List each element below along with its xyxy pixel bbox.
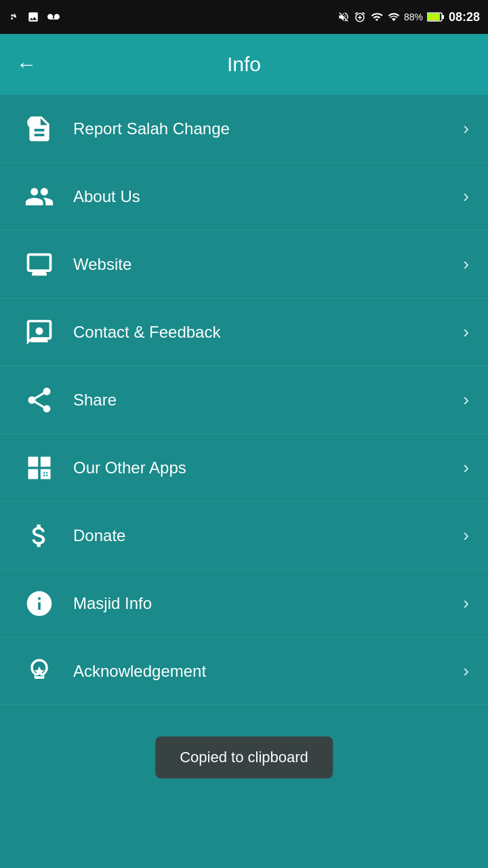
monitor-icon	[19, 250, 60, 279]
image-icon	[27, 11, 39, 23]
share-icon	[19, 385, 60, 415]
group-icon	[19, 182, 60, 212]
menu-item-acknowledgement[interactable]: Acknowledgement ›	[0, 637, 488, 705]
menu-item-website[interactable]: Website ›	[0, 231, 488, 298]
menu-label-report-salah-change: Report Salah Change	[73, 119, 463, 138]
alarm-icon	[354, 11, 366, 23]
report-icon	[19, 114, 60, 144]
status-bar: 88% ⚡ 08:28	[0, 0, 488, 34]
chevron-right-icon-website: ›	[463, 254, 469, 275]
menu-label-acknowledgement: Acknowledgement	[73, 662, 463, 681]
back-button[interactable]: ←	[16, 53, 37, 76]
status-right-icons: 88% ⚡ 08:28	[338, 10, 480, 24]
battery-percentage: 88%	[404, 12, 423, 22]
menu-item-about-us[interactable]: About Us ›	[0, 163, 488, 231]
chevron-right-icon-report-salah-change: ›	[463, 118, 469, 139]
chevron-right-icon-contact-feedback: ›	[463, 321, 469, 342]
usb-icon	[8, 11, 20, 23]
chevron-right-icon-other-apps: ›	[463, 457, 469, 478]
info-icon	[19, 589, 60, 618]
menu-label-donate: Donate	[73, 526, 463, 545]
menu-item-share[interactable]: Share ›	[0, 366, 488, 434]
contact-icon	[19, 317, 60, 347]
menu-item-donate[interactable]: Donate ›	[0, 502, 488, 570]
menu-label-other-apps: Our Other Apps	[73, 458, 463, 477]
apps-icon	[19, 453, 60, 483]
wifi-icon	[370, 11, 384, 23]
chevron-right-icon-masjid-info: ›	[463, 593, 469, 614]
signal-icon	[388, 11, 400, 23]
menu-label-contact-feedback: Contact & Feedback	[73, 323, 463, 342]
chevron-right-icon-share: ›	[463, 389, 469, 410]
chevron-right-icon-acknowledgement: ›	[463, 660, 469, 682]
page-title: Info	[227, 53, 261, 76]
app-bar: ← Info	[0, 34, 488, 95]
svg-rect-1	[442, 15, 444, 19]
chevron-right-icon-donate: ›	[463, 525, 469, 546]
toast-message: Copied to clipboard	[155, 736, 333, 778]
menu-item-report-salah-change[interactable]: Report Salah Change ›	[0, 95, 488, 163]
battery-icon: ⚡	[427, 12, 445, 22]
donate-icon	[19, 521, 60, 551]
status-time: 08:28	[449, 10, 480, 24]
menu-label-website: Website	[73, 255, 463, 274]
menu-label-masjid-info: Masjid Info	[73, 594, 463, 613]
menu-label-about-us: About Us	[73, 187, 463, 206]
menu-list: Report Salah Change › About Us › Website…	[0, 95, 488, 705]
chevron-right-icon-about-us: ›	[463, 186, 469, 207]
menu-item-other-apps[interactable]: Our Other Apps ›	[0, 434, 488, 502]
voicemail-icon	[46, 11, 61, 23]
menu-item-masjid-info[interactable]: Masjid Info ›	[0, 570, 488, 637]
menu-item-contact-feedback[interactable]: Contact & Feedback ›	[0, 298, 488, 366]
status-left-icons	[8, 11, 61, 23]
svg-text:⚡: ⚡	[430, 14, 436, 21]
award-icon	[19, 656, 60, 686]
menu-label-share: Share	[73, 391, 463, 410]
mute-icon	[338, 11, 350, 23]
